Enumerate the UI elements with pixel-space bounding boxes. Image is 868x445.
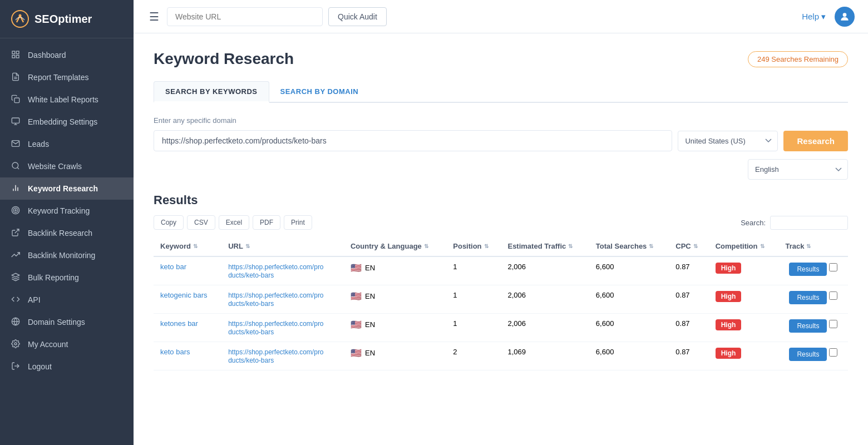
cell-cpc: 0.87 [669,285,708,314]
cell-url: https://shop.perfectketo.com/products/ke… [221,285,344,314]
sidebar-item-my-account[interactable]: My Account [0,333,134,355]
trending-up-icon [11,250,21,260]
col-header-country-language[interactable]: Country & Language ⇅ [344,236,446,256]
keyword-link[interactable]: keto bar [160,263,186,271]
sidebar-item-api[interactable]: API [0,289,134,311]
target-icon [11,206,21,216]
sidebar-item-keyword-research[interactable]: Keyword Research [0,177,134,200]
svg-line-20 [15,229,19,233]
language-select[interactable]: EnglishSpanishFrenchGerman [748,159,848,180]
sidebar-nav: Dashboard Report Templates White Label R… [0,38,134,445]
searches-remaining-badge: 249 Searches Remaining [748,51,848,67]
url-link[interactable]: https://shop.perfectketo.com/products/ke… [228,348,323,364]
url-link[interactable]: https://shop.perfectketo.com/products/ke… [228,263,323,279]
sidebar-item-website-crawls[interactable]: Website Crawls [0,155,134,177]
sidebar-item-leads[interactable]: Leads [0,133,134,155]
keyword-link[interactable]: ketones bar [160,319,198,328]
file-text-icon [11,72,21,82]
sidebar-item-logout[interactable]: Logout [0,355,134,378]
logo[interactable]: SEOptimer [0,0,134,38]
svg-marker-21 [12,273,19,277]
sidebar-item-label: Domain Settings [28,318,85,327]
table-row: ketogenic bars https://shop.perfectketo.… [154,285,848,314]
competition-badge: High [716,291,742,302]
svg-rect-2 [12,51,15,54]
col-header-url[interactable]: URL ⇅ [221,236,344,256]
monitor-icon [11,117,21,127]
col-header-total-searches[interactable]: Total Searches ⇅ [589,236,669,256]
domain-input[interactable] [154,130,672,151]
sidebar-item-keyword-tracking[interactable]: Keyword Tracking [0,200,134,222]
sidebar-item-bulk-reporting[interactable]: Bulk Reporting [0,266,134,289]
language-row: EnglishSpanishFrenchGerman [154,159,848,180]
col-header-keyword[interactable]: Keyword ⇅ [154,236,221,256]
track-checkbox[interactable] [829,263,837,271]
svg-point-0 [12,11,28,27]
url-link[interactable]: https://shop.perfectketo.com/products/ke… [228,291,323,308]
grid-icon [11,50,21,60]
search-label: Enter any specific domain [154,116,848,125]
cell-keyword: keto bar [154,256,221,285]
sidebar-item-label: Bulk Reporting [28,273,79,282]
cell-country-language: 🇺🇸EN [344,256,446,285]
mail-icon [11,139,21,149]
sidebar-item-white-label[interactable]: White Label Reports [0,88,134,111]
results-button[interactable]: Results [789,263,827,276]
sidebar-item-backlink-research[interactable]: Backlink Research [0,222,134,244]
track-checkbox[interactable] [829,291,837,300]
table-row: keto bars https://shop.perfectketo.com/p… [154,342,848,370]
competition-badge: High [716,319,742,330]
cell-competition: High [709,285,779,314]
topbar: ☰ Quick Audit Help ▾ [134,0,868,33]
user-avatar[interactable] [835,7,855,27]
sort-icon: ⇅ [424,243,428,249]
cell-total-searches: 6,600 [589,285,669,314]
col-header-track[interactable]: Track ⇅ [778,236,848,256]
results-title: Results [154,193,848,207]
sidebar-item-report-templates[interactable]: Report Templates [0,66,134,88]
cell-url: https://shop.perfectketo.com/products/ke… [221,256,344,285]
country-select[interactable]: United States (US)United Kingdom (UK)Can… [678,131,778,151]
results-button[interactable]: Results [789,319,827,333]
table-search-input[interactable] [770,216,848,230]
tab-domain[interactable]: SEARCH BY DOMAIN [269,81,370,103]
csv-button[interactable]: CSV [187,215,215,230]
copy-button[interactable]: Copy [154,215,184,230]
track-checkbox[interactable] [829,320,837,328]
col-header-estimated-traffic[interactable]: Estimated Traffic ⇅ [501,236,589,256]
sidebar-item-domain-settings[interactable]: Domain Settings [0,311,134,333]
page-title: Keyword Research [154,50,294,68]
results-button[interactable]: Results [789,291,827,304]
col-header-position[interactable]: Position ⇅ [446,236,501,256]
sidebar-item-embedding[interactable]: Embedding Settings [0,111,134,133]
sort-icon: ⇅ [245,243,250,249]
keyword-link[interactable]: keto bars [160,348,190,356]
tab-keywords[interactable]: SEARCH BY KEYWORDS [154,81,269,103]
sidebar-item-dashboard[interactable]: Dashboard [0,44,134,66]
pdf-button[interactable]: PDF [253,215,280,230]
sort-icon: ⇅ [568,243,573,249]
hamburger-button[interactable]: ☰ [147,8,161,26]
help-button[interactable]: Help ▾ [802,12,826,22]
website-url-input[interactable] [167,7,323,26]
sort-icon: ⇅ [693,243,698,249]
settings-icon [11,339,21,349]
sidebar-item-backlink-monitoring[interactable]: Backlink Monitoring [0,244,134,266]
url-link[interactable]: https://shop.perfectketo.com/products/ke… [228,320,323,336]
table-action-buttons: CopyCSVExcelPDFPrint [154,215,312,230]
col-header-cpc[interactable]: CPC ⇅ [669,236,708,256]
col-header-competition[interactable]: Competition ⇅ [709,236,779,256]
research-button[interactable]: Research [783,131,848,151]
cell-country-language: 🇺🇸EN [344,314,446,342]
quick-audit-button[interactable]: Quick Audit [328,7,387,26]
search-filter-label: Search: [741,219,766,227]
language-code: EN [365,320,375,329]
sidebar-item-label: Dashboard [28,51,66,60]
excel-button[interactable]: Excel [219,215,249,230]
flag-icon: 🇺🇸 [351,348,362,358]
track-checkbox[interactable] [829,348,837,357]
results-button[interactable]: Results [789,348,827,361]
main-wrapper: ☰ Quick Audit Help ▾ Keyword Research 24… [134,0,868,445]
keyword-link[interactable]: ketogenic bars [160,291,208,299]
print-button[interactable]: Print [284,215,312,230]
